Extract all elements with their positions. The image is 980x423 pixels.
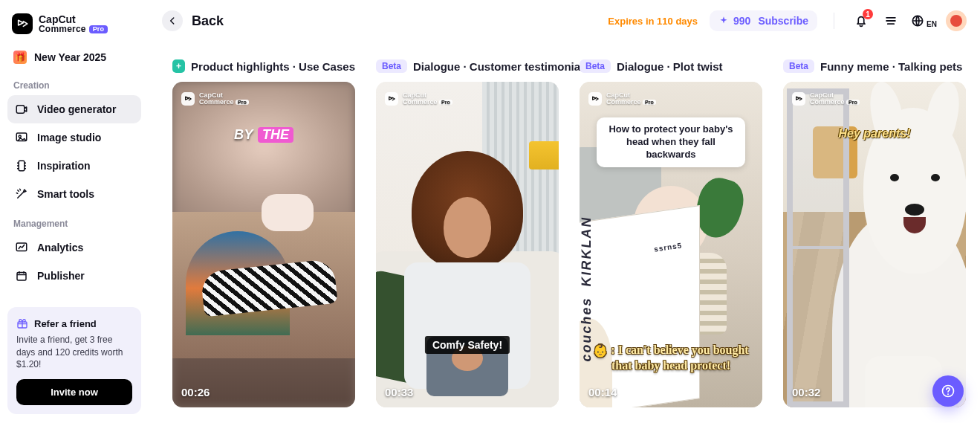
card-title: Dialogue · Plot twist xyxy=(617,60,723,73)
sparkle-icon xyxy=(718,16,729,26)
section-creation-title: Creation xyxy=(7,70,141,95)
video-caption: Comfy Safety! xyxy=(425,336,510,354)
nav-label: Smart tools xyxy=(37,188,94,200)
card-head: Beta Dialogue · Plot twist xyxy=(580,58,762,74)
new-badge: + xyxy=(172,59,185,73)
help-fab[interactable] xyxy=(932,375,964,407)
topbar: Back Expires in 110 days 990 Subscribe 1 xyxy=(149,0,980,42)
card-head: + Product highlights · Use Cases xyxy=(172,58,355,74)
video-caption: BY THE xyxy=(234,127,293,143)
brand-text: CapCut Commerce Pro xyxy=(39,14,108,33)
expires-text[interactable]: Expires in 110 days xyxy=(608,16,698,27)
divider xyxy=(834,13,834,29)
pro-badge: Pro xyxy=(89,25,108,33)
globe-icon xyxy=(910,13,925,28)
card-title: Dialogue · Customer testimonial xyxy=(413,60,583,73)
card-title: Funny meme · Talking pets xyxy=(820,60,962,73)
watermark: CapCut Commerce Pro xyxy=(181,92,249,106)
back-label[interactable]: Back xyxy=(192,13,224,29)
video-thumbnail[interactable]: ssrns5 diapers | couches KIRKLAN CapCut … xyxy=(580,82,762,407)
invite-button[interactable]: Invite now xyxy=(16,379,132,405)
language-code: EN xyxy=(927,20,937,28)
help-icon xyxy=(941,384,955,398)
image-studio-icon xyxy=(15,131,28,144)
nav-label: Publisher xyxy=(37,270,85,282)
referral-body: Invite a friend, get 3 free days and 120… xyxy=(16,334,132,370)
section-management-title: Management xyxy=(7,208,141,233)
chevron-left-icon xyxy=(167,16,178,26)
beta-badge: Beta xyxy=(783,59,814,73)
svg-point-2 xyxy=(19,135,21,138)
card-head: Beta Funny meme · Talking pets xyxy=(783,58,966,74)
video-duration: 00:32 xyxy=(792,386,820,398)
nav-image-studio[interactable]: Image studio xyxy=(7,123,141,152)
video-duration: 00:14 xyxy=(588,386,617,398)
publisher-icon xyxy=(15,269,28,282)
watermark-logo-icon xyxy=(792,92,805,106)
box-brand-text: diapers | couches KIRKLAN xyxy=(580,190,594,363)
sidebar: CapCut Commerce Pro 🎁 New Year 2025 Crea… xyxy=(0,0,149,423)
watermark-logo-icon xyxy=(181,92,195,106)
video-duration: 00:33 xyxy=(385,386,413,398)
svg-rect-5 xyxy=(17,273,26,281)
promo-label: New Year 2025 xyxy=(34,51,106,63)
card-head: Beta Dialogue · Customer testimonial xyxy=(376,58,559,74)
nav-video-generator[interactable]: Video generator xyxy=(7,95,141,123)
video-thumbnail[interactable]: CapCut Commerce Pro Hey parents! 00:32 xyxy=(783,82,966,407)
avatar[interactable] xyxy=(946,10,967,31)
notifications-button[interactable]: 1 xyxy=(851,10,872,31)
gift-box-icon: 🎁 xyxy=(13,51,27,64)
video-caption: Hey parents! xyxy=(839,127,911,141)
watermark-logo-icon xyxy=(588,92,602,106)
watermark: CapCut Commerce Pro xyxy=(385,92,452,106)
video-thumbnail[interactable]: CapCut Commerce Pro Comfy Safety! 00:33 xyxy=(376,82,559,407)
beta-badge: Beta xyxy=(580,59,611,73)
back-button[interactable] xyxy=(162,10,183,31)
subscribe-link[interactable]: Subscribe xyxy=(758,15,808,27)
gift-icon xyxy=(16,317,28,329)
brand-logo[interactable]: CapCut Commerce Pro xyxy=(7,10,141,45)
avatar-icon xyxy=(950,15,962,27)
smart-tools-icon xyxy=(15,187,28,201)
inspiration-icon xyxy=(15,159,28,172)
watermark: CapCut Commerce Pro xyxy=(588,92,656,106)
credits-subscribe: 990 Subscribe xyxy=(710,10,817,31)
svg-point-9 xyxy=(947,393,949,395)
referral-title: Refer a friend xyxy=(34,318,97,329)
beta-badge: Beta xyxy=(376,59,407,73)
main: Back Expires in 110 days 990 Subscribe 1 xyxy=(149,0,980,423)
promo-new-year[interactable]: 🎁 New Year 2025 xyxy=(7,45,141,70)
emoji-icon: 👶 xyxy=(593,343,608,358)
tip-caption: How to protect your baby's head when the… xyxy=(597,117,745,167)
watermark: CapCut Commerce Pro xyxy=(792,92,860,106)
video-generator-icon xyxy=(15,103,28,116)
card-product-highlights: + Product highlights · Use Cases CapCut … xyxy=(172,58,355,407)
cards-row: + Product highlights · Use Cases CapCut … xyxy=(149,42,980,407)
watermark-logo-icon xyxy=(385,92,398,106)
logo-mark-icon xyxy=(12,13,33,34)
video-duration: 00:26 xyxy=(181,386,210,398)
credits[interactable]: 990 xyxy=(718,15,750,27)
library-button[interactable] xyxy=(880,10,901,31)
stack-icon xyxy=(883,13,898,28)
analytics-icon xyxy=(15,241,28,254)
notification-badge: 1 xyxy=(863,9,873,19)
nav-smart-tools[interactable]: Smart tools xyxy=(7,180,141,208)
referral-card: Refer a friend Invite a friend, get 3 fr… xyxy=(7,307,141,414)
video-thumbnail[interactable]: CapCut Commerce Pro BY THE 00:26 xyxy=(172,82,355,407)
nav-label: Image studio xyxy=(37,132,101,143)
nav-publisher[interactable]: Publisher xyxy=(7,262,141,290)
language-switch[interactable]: EN xyxy=(910,13,937,28)
card-funny-meme: Beta Funny meme · Talking pets xyxy=(783,58,966,407)
card-dialogue-plot-twist: Beta Dialogue · Plot twist ssrns5 diaper… xyxy=(580,58,762,407)
video-caption: 👶: I can't believe you bought that baby … xyxy=(589,343,753,373)
svg-rect-3 xyxy=(19,161,25,171)
brand-subname: Commerce xyxy=(39,25,86,33)
nav-label: Analytics xyxy=(37,242,83,254)
nav-inspiration[interactable]: Inspiration xyxy=(7,152,141,180)
svg-rect-0 xyxy=(16,106,25,114)
nav-analytics[interactable]: Analytics xyxy=(7,233,141,262)
card-dialogue-testimonial: Beta Dialogue · Customer testimonial Cap… xyxy=(376,58,559,407)
credits-value: 990 xyxy=(733,15,750,27)
brand-name: CapCut xyxy=(39,14,108,25)
